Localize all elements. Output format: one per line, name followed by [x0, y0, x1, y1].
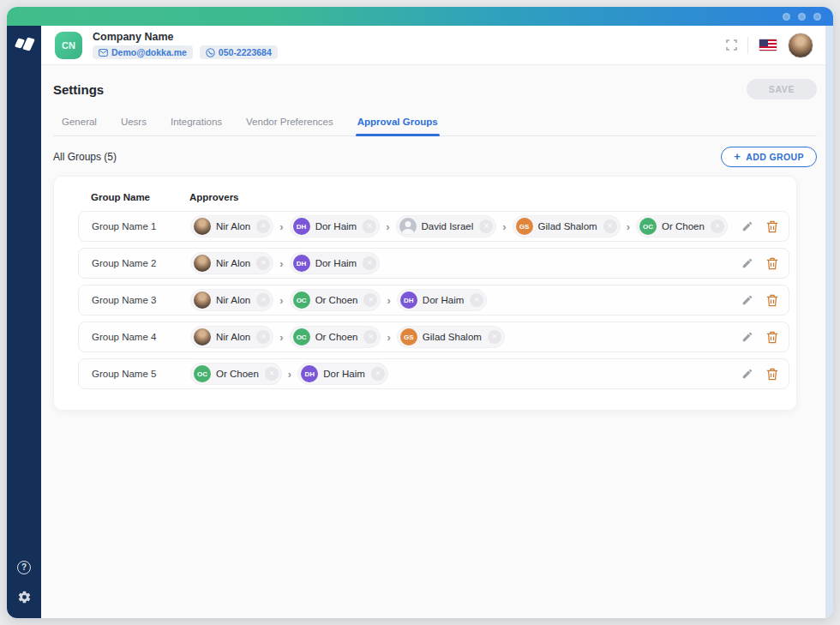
- remove-approver-icon[interactable]: ✕: [363, 256, 376, 270]
- approvers-cell: Nir Alon ✕ › DH Dor Haim ✕ › David Israe…: [190, 215, 731, 237]
- delete-group-icon[interactable]: [766, 294, 778, 307]
- group-name-cell: Group Name 5: [92, 369, 190, 379]
- approver-avatar: OC: [639, 218, 657, 235]
- group-row: Group Name 5 OC Or Choen ✕ › DH Dor Haim…: [78, 358, 789, 389]
- tab-uesrs[interactable]: Uesrs: [119, 113, 148, 135]
- fullscreen-icon[interactable]: [726, 39, 737, 51]
- approver-chip: Nir Alon ✕: [190, 215, 273, 237]
- remove-approver-icon[interactable]: ✕: [256, 293, 270, 307]
- remove-approver-icon[interactable]: ✕: [265, 367, 279, 381]
- edit-group-icon[interactable]: [741, 368, 753, 380]
- approver-name: Dor Haim: [315, 258, 357, 268]
- group-name-cell: Group Name 1: [92, 221, 190, 231]
- remove-approver-icon[interactable]: ✕: [363, 219, 376, 233]
- language-flag-icon[interactable]: [759, 39, 777, 51]
- group-name-cell: Group Name 2: [92, 258, 190, 268]
- approver-name: David Israel: [422, 221, 474, 231]
- approver-chip: DH Dor Haim ✕: [290, 252, 381, 274]
- sidebar: ?: [7, 26, 41, 618]
- header-divider: [747, 37, 748, 54]
- approver-avatar: OC: [293, 291, 310, 309]
- all-groups-count: All Groups (5): [53, 151, 117, 163]
- company-email-badge[interactable]: Demo@dokka.me: [93, 45, 193, 59]
- group-name-cell: Group Name 3: [92, 295, 190, 305]
- settings-tabs: GeneralUesrsIntegrationsVendor Preferenc…: [53, 113, 817, 136]
- approver-chip: David Israel ✕: [396, 215, 497, 237]
- save-button[interactable]: SAVE: [747, 79, 817, 99]
- chevron-right-icon: ›: [386, 331, 391, 344]
- tab-vendor-preferences[interactable]: Vendor Preferences: [244, 113, 335, 135]
- approver-avatar: [399, 218, 417, 235]
- group-name-cell: Group Name 4: [92, 332, 190, 342]
- add-group-button[interactable]: + ADD GROUP: [721, 147, 817, 167]
- tab-approval-groups[interactable]: Approval Groups: [356, 113, 440, 135]
- remove-approver-icon[interactable]: ✕: [470, 293, 483, 307]
- delete-group-icon[interactable]: [766, 257, 778, 270]
- group-row: Group Name 4 Nir Alon ✕ › OC Or Choen ✕ …: [78, 322, 789, 352]
- delete-group-icon[interactable]: [766, 220, 778, 233]
- column-header-group-name: Group Name: [91, 192, 189, 202]
- help-icon[interactable]: ?: [17, 561, 31, 574]
- delete-group-icon[interactable]: [766, 368, 778, 381]
- add-group-label: ADD GROUP: [746, 152, 804, 162]
- approver-chip: DH Dor Haim ✕: [290, 215, 381, 237]
- approver-chip: DH Dor Haim ✕: [297, 363, 388, 385]
- group-row: Group Name 3 Nir Alon ✕ › OC Or Choen ✕ …: [78, 285, 789, 316]
- remove-approver-icon[interactable]: ✕: [711, 219, 724, 233]
- approver-name: Nir Alon: [216, 221, 250, 231]
- approvers-cell: Nir Alon ✕ › OC Or Choen ✕ › DH Dor Haim…: [190, 289, 731, 311]
- window-control-dot[interactable]: [798, 13, 806, 21]
- approver-chip: DH Dor Haim ✕: [397, 289, 488, 311]
- remove-approver-icon[interactable]: ✕: [256, 256, 270, 270]
- approver-name: Or Choen: [662, 221, 705, 231]
- approver-name: Or Choen: [315, 295, 358, 305]
- gear-icon[interactable]: [17, 590, 32, 604]
- edit-group-icon[interactable]: [741, 331, 753, 343]
- company-header: CN Company Name Demo@dokka.me 050-222368…: [41, 26, 825, 65]
- approver-avatar: OC: [293, 328, 310, 346]
- approvers-cell: Nir Alon ✕ › OC Or Choen ✕ › GS Gilad Sh…: [190, 326, 731, 348]
- edit-group-icon[interactable]: [741, 294, 753, 306]
- approver-name: Dor Haim: [315, 221, 357, 231]
- delete-group-icon[interactable]: [766, 331, 778, 344]
- remove-approver-icon[interactable]: ✕: [256, 219, 270, 233]
- remove-approver-icon[interactable]: ✕: [363, 293, 377, 307]
- tab-integrations[interactable]: Integrations: [169, 113, 224, 135]
- approver-avatar: [194, 328, 211, 346]
- remove-approver-icon[interactable]: ✕: [479, 219, 493, 233]
- remove-approver-icon[interactable]: ✕: [603, 219, 617, 233]
- company-avatar: CN: [55, 32, 82, 59]
- chevron-right-icon: ›: [279, 331, 284, 344]
- chevron-right-icon: ›: [386, 294, 391, 307]
- remove-approver-icon[interactable]: ✕: [256, 330, 270, 344]
- approver-chip: OC Or Choen ✕: [636, 215, 728, 237]
- approver-avatar: GS: [400, 328, 417, 346]
- remove-approver-icon[interactable]: ✕: [371, 367, 385, 381]
- user-avatar[interactable]: [788, 33, 813, 58]
- phone-icon: [206, 48, 215, 57]
- column-header-approvers: Approvers: [189, 192, 239, 202]
- group-rows: Group Name 1 Nir Alon ✕ › DH Dor Haim ✕ …: [78, 211, 789, 389]
- approver-avatar: [194, 255, 211, 272]
- chevron-right-icon: ›: [279, 294, 284, 307]
- chevron-right-icon: ›: [279, 220, 284, 233]
- edit-group-icon[interactable]: [741, 257, 753, 269]
- chevron-right-icon: ›: [279, 257, 284, 270]
- approver-chip: GS Gilad Shalom ✕: [397, 326, 505, 348]
- tab-general[interactable]: General: [60, 113, 99, 135]
- chevron-right-icon: ›: [626, 220, 631, 233]
- company-name: Company Name: [93, 31, 278, 43]
- window-control-dot[interactable]: [783, 13, 790, 21]
- company-phone-badge[interactable]: 050-2223684: [200, 45, 278, 59]
- remove-approver-icon[interactable]: ✕: [488, 330, 501, 344]
- approver-name: Nir Alon: [216, 295, 250, 305]
- groups-card: Group Name Approvers Group Name 1 Nir Al…: [53, 176, 797, 411]
- window-control-dot[interactable]: [813, 13, 821, 21]
- approver-name: Or Choen: [315, 332, 358, 342]
- approver-name: Dor Haim: [323, 369, 365, 379]
- company-email: Demo@dokka.me: [111, 47, 187, 57]
- scrollbar-track[interactable]: [825, 26, 833, 618]
- remove-approver-icon[interactable]: ✕: [363, 330, 377, 344]
- edit-group-icon[interactable]: [741, 220, 753, 232]
- chevron-right-icon: ›: [501, 220, 507, 233]
